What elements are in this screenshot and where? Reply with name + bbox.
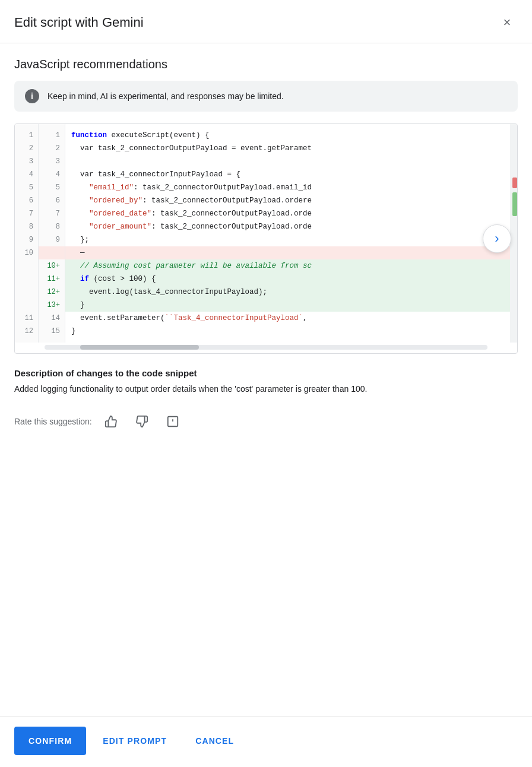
dialog-footer: CONFIRM EDIT PROMPT CANCEL [0,717,532,767]
code-line: function executeScript(event) { [65,129,510,142]
line-numbers-old: 1 2 3 4 5 6 7 8 9 10 11 12 [15,124,39,343]
dialog-body: JavaScript recommendations i Keep in min… [0,43,532,717]
description-section: Description of changes to the code snipp… [14,359,518,400]
info-text: Keep in mind, AI is experimental, and re… [48,91,284,101]
dialog-title: Edit script with Gemini [14,15,144,30]
thumbs-down-button[interactable] [130,410,154,433]
info-banner: i Keep in mind, AI is experimental, and … [14,81,518,112]
code-line-deleted: — [65,246,510,259]
code-line-added: event.log(task_4_connectorInputPayload); [65,286,510,299]
dialog: Edit script with Gemini × JavaScript rec… [0,0,532,767]
info-icon: i [25,89,39,103]
code-line: "ordered_by": task_2_connectorOutputPayl… [65,194,510,207]
thumbs-up-button[interactable] [99,410,123,433]
rating-section: Rate this suggestion: [14,400,518,440]
flag-button[interactable] [161,410,185,433]
line-numbers-new: 1 2 3 4 5 6 7 8 9 10+ 11+ 12+ 13+ 14 15 [39,124,65,343]
description-text: Added logging functionality to output or… [14,383,518,395]
code-diff-inner: 1 2 3 4 5 6 7 8 9 10 11 12 [15,124,517,343]
description-title: Description of changes to the code snipp… [14,368,518,378]
code-line: } [65,325,510,338]
code-line: var task_4_connectorInputPayload = { [65,168,510,181]
close-button[interactable]: × [496,12,518,33]
scrollbar-thumb-red [512,178,517,188]
code-diff-container: 1 2 3 4 5 6 7 8 9 10 11 12 [14,123,518,354]
code-line: }; [65,233,510,246]
edit-prompt-button[interactable]: EDIT PROMPT [91,727,179,755]
code-line-added: // Assuming cost parameter will be avail… [65,259,510,272]
scrollbar-horiz-container [15,343,517,353]
cancel-button[interactable]: CANCEL [183,727,246,755]
code-line: "ordered_date": task_2_connectorOutputPa… [65,207,510,220]
code-line-added: if (cost > 100) { [65,272,510,286]
scrollbar-area[interactable] [510,124,517,343]
code-line [65,155,510,168]
code-line: "order_amount": task_2_connectorOutputPa… [65,220,510,233]
confirm-button[interactable]: CONFIRM [14,727,86,755]
code-line: event.setParameter(``Task_4_connectorInp… [65,312,510,325]
rating-label: Rate this suggestion: [14,417,92,426]
scrollbar-thumb-green [512,192,517,216]
code-lines: function executeScript(event) { var task… [65,124,510,343]
section-title: JavaScript recommendations [14,58,518,71]
dialog-header: Edit script with Gemini × [0,0,532,43]
code-line: var task_2_connectorOutputPayload = even… [65,142,510,155]
scrollbar-horiz-thumb [80,345,199,350]
next-button[interactable]: › [483,224,511,253]
code-line-added: } [65,299,510,312]
code-line: "email_id": task_2_connectorOutputPayloa… [65,181,510,194]
scrollbar-horiz[interactable] [45,345,487,350]
